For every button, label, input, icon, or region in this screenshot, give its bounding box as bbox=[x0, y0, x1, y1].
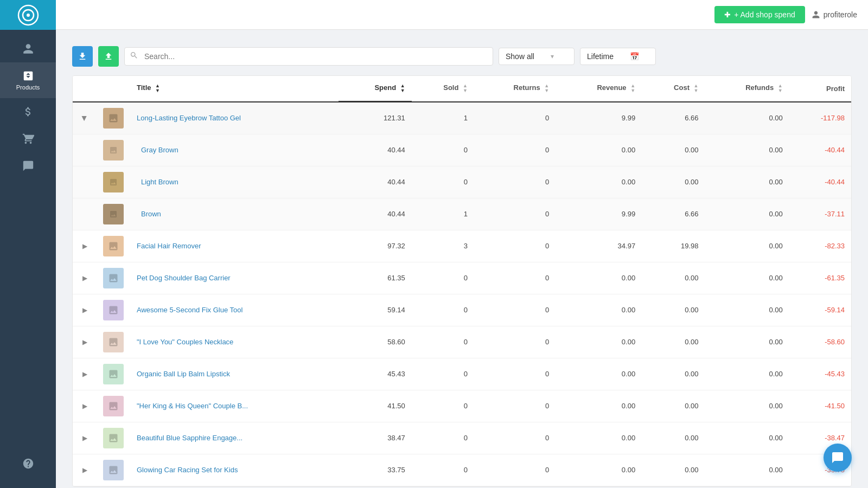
product-title[interactable]: "I Love You" Couples Necklace bbox=[130, 326, 339, 358]
product-title[interactable]: Beautiful Blue Sapphire Engage... bbox=[130, 422, 339, 454]
table-header: Title ▲▼ Spend ▲▼ Sold ▲▼ Returns bbox=[73, 76, 851, 102]
expand-button[interactable]: ▶ bbox=[79, 273, 90, 284]
returns-value: 0 bbox=[474, 294, 556, 326]
content: Show all ▾ Lifetime 📅 Title ▲▼ bbox=[56, 30, 868, 488]
expand-button[interactable]: ▶ bbox=[79, 113, 90, 124]
profit-value: -58.60 bbox=[789, 326, 851, 358]
revenue-value: 0.00 bbox=[556, 262, 642, 294]
expand-button[interactable]: ▶ bbox=[79, 337, 90, 348]
product-img-cell bbox=[97, 358, 130, 390]
product-title[interactable]: Organic Ball Lip Balm Lipstick bbox=[130, 358, 339, 390]
product-image bbox=[103, 364, 124, 384]
expand-button[interactable]: ▶ bbox=[79, 401, 90, 412]
product-title[interactable]: Long-Lasting Eyebrow Tattoo Gel bbox=[130, 102, 339, 134]
sidebar-item-orders[interactable] bbox=[0, 125, 56, 152]
sub-product-title[interactable]: Brown bbox=[130, 198, 339, 230]
sidebar-logo[interactable] bbox=[0, 0, 56, 30]
sort-icon-spend: ▲▼ bbox=[400, 84, 405, 93]
add-shop-spend-button[interactable]: ✚ + Add shop spend bbox=[714, 6, 805, 23]
sold-value: 0 bbox=[412, 294, 474, 326]
product-title[interactable]: Awesome 5-Second Fix Glue Tool bbox=[130, 294, 339, 326]
cost-value: 19.98 bbox=[642, 230, 705, 262]
filter-select[interactable]: Show all ▾ bbox=[499, 48, 575, 65]
sub-refunds-value: 0.00 bbox=[705, 166, 789, 198]
returns-value: 0 bbox=[474, 326, 556, 358]
user-menu[interactable]: profiterole bbox=[812, 10, 857, 19]
sub-cost-value: 0.00 bbox=[642, 166, 705, 198]
sub-expand-cell bbox=[73, 134, 97, 166]
revenue-value: 0.00 bbox=[556, 454, 642, 486]
th-profit: Profit bbox=[789, 76, 851, 102]
th-revenue[interactable]: Revenue ▲▼ bbox=[556, 76, 642, 102]
table-row: ▶ Long-Lasting Eyebrow Tattoo Gel 121.31… bbox=[73, 102, 851, 134]
sidebar-item-campaigns[interactable] bbox=[0, 152, 56, 179]
th-sold[interactable]: Sold ▲▼ bbox=[412, 76, 474, 102]
expand-cell: ▶ bbox=[73, 326, 97, 358]
expand-button[interactable]: ▶ bbox=[79, 465, 90, 476]
returns-value: 0 bbox=[474, 422, 556, 454]
expand-button[interactable]: ▶ bbox=[79, 433, 90, 444]
product-img-cell bbox=[97, 454, 130, 486]
revenue-value: 0.00 bbox=[556, 422, 642, 454]
expand-button[interactable]: ▶ bbox=[79, 241, 90, 252]
sidebar-nav: Products bbox=[0, 30, 56, 450]
filter-label: Show all bbox=[506, 52, 534, 61]
th-refunds[interactable]: Refunds ▲▼ bbox=[705, 76, 789, 102]
product-title[interactable]: "Her King & His Queen" Couple B... bbox=[130, 390, 339, 422]
spend-value: 33.75 bbox=[339, 454, 412, 486]
sub-product-title[interactable]: Light Brown bbox=[130, 166, 339, 198]
expand-cell: ▶ bbox=[73, 390, 97, 422]
sub-profit-value: -40.44 bbox=[789, 166, 851, 198]
refunds-value: 0.00 bbox=[705, 422, 789, 454]
revenue-value: 0.00 bbox=[556, 358, 642, 390]
search-box bbox=[124, 47, 493, 66]
date-label: Lifetime bbox=[587, 52, 614, 61]
th-cost[interactable]: Cost ▲▼ bbox=[642, 76, 705, 102]
export-button[interactable] bbox=[98, 46, 119, 67]
revenue-value: 9.99 bbox=[556, 102, 642, 134]
sidebar-item-profile[interactable] bbox=[0, 35, 56, 62]
cost-value: 0.00 bbox=[642, 390, 705, 422]
sidebar-item-help[interactable] bbox=[22, 450, 34, 477]
spend-value: 38.47 bbox=[339, 422, 412, 454]
table-row: ▶ Glowing Car Racing Set for Kids 33.75 … bbox=[73, 454, 851, 486]
sold-value: 0 bbox=[412, 262, 474, 294]
expand-button[interactable]: ▶ bbox=[79, 369, 90, 380]
product-title[interactable]: Facial Hair Remover bbox=[130, 230, 339, 262]
sub-refunds-value: 0.00 bbox=[705, 198, 789, 230]
user-icon bbox=[812, 10, 820, 19]
search-input[interactable] bbox=[124, 47, 493, 66]
table-row: ▶ Facial Hair Remover 97.32 3 0 34.97 19… bbox=[73, 230, 851, 262]
profit-value: -45.43 bbox=[789, 358, 851, 390]
sold-value: 3 bbox=[412, 230, 474, 262]
table-sub-row: Brown 40.44 1 0 9.99 6.66 0.00 -37.11 bbox=[73, 198, 851, 230]
th-title[interactable]: Title ▲▼ bbox=[130, 76, 339, 102]
sub-revenue-value: 9.99 bbox=[556, 198, 642, 230]
sub-product-title[interactable]: Gray Brown bbox=[130, 134, 339, 166]
refunds-value: 0.00 bbox=[705, 294, 789, 326]
table-row: ▶ Organic Ball Lip Balm Lipstick 45.43 0… bbox=[73, 358, 851, 390]
sub-expand-cell bbox=[73, 166, 97, 198]
table-row: ▶ Beautiful Blue Sapphire Engage... 38.4… bbox=[73, 422, 851, 454]
product-title[interactable]: Glowing Car Racing Set for Kids bbox=[130, 454, 339, 486]
sub-spend-value: 40.44 bbox=[339, 166, 412, 198]
refunds-value: 0.00 bbox=[705, 262, 789, 294]
download-button[interactable] bbox=[72, 46, 93, 67]
refunds-value: 0.00 bbox=[705, 326, 789, 358]
th-returns[interactable]: Returns ▲▼ bbox=[474, 76, 556, 102]
expand-cell: ▶ bbox=[73, 454, 97, 486]
chevron-down-icon: ▾ bbox=[551, 53, 554, 60]
sub-cost-value: 6.66 bbox=[642, 198, 705, 230]
returns-value: 0 bbox=[474, 230, 556, 262]
sidebar-item-revenue[interactable] bbox=[0, 98, 56, 125]
sidebar-item-products[interactable]: Products bbox=[0, 62, 56, 98]
expand-cell: ▶ bbox=[73, 358, 97, 390]
product-title[interactable]: Pet Dog Shoulder Bag Carrier bbox=[130, 262, 339, 294]
sub-product-img-cell bbox=[97, 198, 130, 230]
date-select[interactable]: Lifetime 📅 bbox=[580, 48, 656, 65]
spend-value: 121.31 bbox=[339, 102, 412, 134]
expand-button[interactable]: ▶ bbox=[79, 305, 90, 316]
sidebar: Products bbox=[0, 0, 56, 488]
chat-fab[interactable] bbox=[824, 444, 852, 472]
th-spend[interactable]: Spend ▲▼ bbox=[339, 76, 412, 102]
